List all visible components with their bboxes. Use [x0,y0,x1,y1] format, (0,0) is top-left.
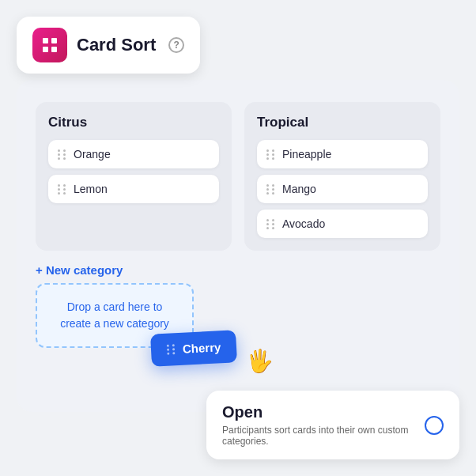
list-item[interactable]: Avocado [257,210,428,238]
card-label: Mango [282,183,316,195]
tropical-column: Tropical Pineapple Mango [244,102,440,251]
bottom-card-text-group: Open Participants sort cards into their … [222,403,425,447]
list-item[interactable]: Lemon [48,175,219,203]
svg-rect-0 [43,38,48,43]
columns-row: Citrus Orange Lemon [36,102,440,251]
drag-handle-icon [266,149,276,160]
scene: Card Sort ? Citrus Orange [17,17,459,459]
svg-rect-3 [51,47,57,52]
help-icon[interactable]: ? [168,37,184,53]
svg-rect-1 [51,38,57,43]
card-label: Lemon [74,183,108,195]
drag-handle-icon [266,219,276,229]
dragged-card-label: Cherry [183,340,221,356]
top-card: Card Sort ? [17,17,200,74]
bottom-card: Open Participants sort cards into their … [206,391,459,459]
tropical-title: Tropical [257,115,428,130]
citrus-title: Citrus [48,115,219,130]
drag-handle-icon [58,149,67,160]
drag-handle-icon [167,344,177,355]
new-category-section: + New category Drop a card here to creat… [36,263,440,348]
card-label: Avocado [282,217,325,230]
radio-inner [430,421,438,429]
new-category-button[interactable]: + New category [36,263,440,277]
drag-cursor-icon: 🖐 [246,348,274,374]
dragged-card[interactable]: Cherry [150,330,237,367]
open-description: Participants sort cards into their own c… [222,425,425,447]
card-sort-title: Card Sort [77,35,156,55]
drag-handle-icon [58,184,67,195]
main-panel: Citrus Orange Lemon [17,80,459,412]
list-item[interactable]: Pineapple [257,140,428,168]
app-icon [32,28,67,62]
citrus-column: Citrus Orange Lemon [36,102,232,251]
card-label: Orange [74,148,111,161]
open-label: Open [222,403,425,421]
list-item[interactable]: Mango [257,175,428,203]
drag-handle-icon [266,184,276,195]
radio-button[interactable] [425,416,444,435]
svg-rect-2 [43,47,48,52]
card-label: Pineapple [282,148,331,161]
list-item[interactable]: Orange [48,140,219,168]
